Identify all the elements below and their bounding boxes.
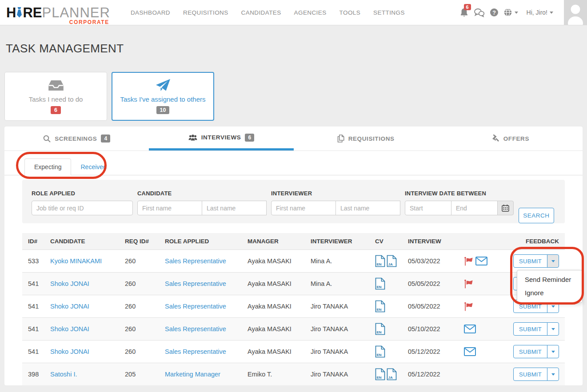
candidate-link[interactable]: Shoko JONAI bbox=[50, 303, 89, 310]
submit-button[interactable]: SUBMIT bbox=[513, 345, 547, 358]
subtab-expecting[interactable]: Expecting bbox=[24, 158, 71, 175]
nav-item-candidates[interactable]: CANDIDATES bbox=[241, 9, 281, 16]
cell-interview: 05/10/2022 bbox=[408, 325, 510, 333]
cv-ja-icon[interactable]: JA bbox=[387, 255, 397, 267]
cv-en-icon[interactable]: EN bbox=[375, 300, 385, 313]
candidate-link[interactable]: Kyoko MINAKAMI bbox=[50, 257, 102, 265]
cell-feedback: SUBMIT bbox=[510, 345, 559, 358]
cell-interview: 05/05/2022 bbox=[408, 302, 510, 311]
role-input[interactable] bbox=[32, 201, 133, 215]
candidate-link[interactable]: Shoko JONAI bbox=[50, 280, 89, 287]
caret-down-icon bbox=[551, 328, 555, 330]
cell-interview: 05/05/2022 bbox=[408, 279, 510, 289]
nav-item-requisitions[interactable]: REQUISITIONS bbox=[183, 9, 228, 16]
submit-button[interactable]: SUBMIT bbox=[513, 254, 547, 268]
role-link[interactable]: Sales Representative bbox=[165, 303, 226, 310]
cv-ja-icon[interactable]: JA bbox=[387, 368, 397, 380]
caret-down-icon bbox=[551, 373, 555, 376]
user-menu[interactable]: Hi, Jiro! bbox=[527, 9, 553, 16]
interviewer-first-name-input[interactable] bbox=[271, 201, 336, 215]
filter-interviewer: INTERVIEWER bbox=[271, 190, 400, 215]
submit-dropdown-toggle[interactable] bbox=[547, 345, 559, 358]
hireplanner-logo[interactable]: H RE PLANNER CORPORATE bbox=[6, 6, 110, 20]
tab-screenings[interactable]: SCREENINGS 4 bbox=[4, 127, 149, 150]
filter-candidate: CANDIDATE bbox=[137, 190, 267, 215]
search-icon bbox=[43, 135, 51, 143]
notifications-bell-icon[interactable]: 6 bbox=[459, 8, 469, 17]
role-link[interactable]: Sales Representative bbox=[165, 280, 226, 287]
nav-item-dashboard[interactable]: DASHBOARD bbox=[131, 9, 170, 16]
cell-manager: Ayaka MASAKI bbox=[248, 348, 311, 355]
cell-cv: EN bbox=[375, 345, 408, 358]
logo-text-h: H bbox=[6, 6, 16, 20]
cv-en-icon[interactable]: EN bbox=[375, 323, 385, 335]
cell-cv: EN bbox=[375, 277, 408, 290]
candidate-last-name-input[interactable] bbox=[202, 201, 267, 215]
table-body: 533Kyoko MINAKAMI260Sales Representative… bbox=[22, 249, 565, 385]
page-title: TASK MANAGEMENT bbox=[6, 42, 587, 55]
messages-icon[interactable] bbox=[474, 8, 485, 17]
avatar[interactable] bbox=[564, 0, 587, 25]
col-header-feedback: FEEDBACK bbox=[510, 238, 559, 245]
cell-interviewer: Jiro TANAKA bbox=[311, 371, 375, 378]
role-link[interactable]: Marketing Manager bbox=[165, 371, 220, 378]
menu-item-ignore[interactable]: Ignore bbox=[517, 286, 582, 300]
interview-date: 05/12/2022 bbox=[408, 371, 451, 378]
search-button[interactable]: SEARCH bbox=[519, 208, 554, 223]
candidate-link[interactable]: Satoshi I. bbox=[50, 371, 77, 378]
cv-en-icon[interactable]: EN bbox=[375, 277, 385, 290]
cell-req-id: 260 bbox=[125, 303, 165, 310]
card-tasks-i-need-to-do[interactable]: Tasks I need to do 6 bbox=[4, 72, 107, 121]
submit-dropdown-toggle[interactable] bbox=[547, 322, 559, 336]
tab-requisitions[interactable]: REQUISITIONS bbox=[294, 127, 438, 150]
cell-req-id: 260 bbox=[125, 280, 165, 287]
feedback-dropdown-menu: Send Reminder Ignore bbox=[517, 270, 583, 303]
svg-text:EN: EN bbox=[377, 308, 382, 312]
nav-item-tools[interactable]: TOOLS bbox=[339, 9, 361, 16]
cell-interviewer: Mina A. bbox=[311, 257, 375, 265]
col-header-interview: INTERVIEW bbox=[408, 238, 510, 245]
svg-text:EN: EN bbox=[377, 353, 382, 357]
card-tasks-assigned-to-others[interactable]: Tasks I've assigned to others 10 bbox=[112, 72, 214, 121]
candidate-first-name-input[interactable] bbox=[137, 201, 202, 215]
submit-button[interactable]: SUBMIT bbox=[513, 368, 547, 381]
cv-en-icon[interactable]: EN bbox=[375, 368, 385, 380]
submit-button[interactable]: SUBMIT bbox=[513, 322, 547, 336]
cell-req-id: 260 bbox=[125, 348, 165, 355]
submit-dropdown-toggle[interactable] bbox=[547, 254, 559, 268]
submit-dropdown-toggle[interactable] bbox=[547, 368, 559, 381]
cell-feedback: SUBMIT bbox=[510, 322, 559, 336]
tab-offers[interactable]: OFFERS bbox=[438, 127, 583, 150]
language-globe-icon[interactable] bbox=[503, 8, 518, 17]
tab-badge: 4 bbox=[101, 135, 110, 143]
subtab-received[interactable]: Received bbox=[71, 159, 116, 175]
role-link[interactable]: Sales Representative bbox=[165, 325, 226, 333]
card-label: Tasks I've assigned to others bbox=[120, 95, 205, 103]
cell-id: 541 bbox=[28, 303, 50, 310]
logo-text-re: RE bbox=[23, 6, 42, 20]
cv-en-icon[interactable]: EN bbox=[375, 345, 385, 358]
mail-icon bbox=[464, 325, 476, 333]
cell-req-id: 205 bbox=[125, 371, 165, 378]
calendar-button[interactable] bbox=[497, 201, 514, 215]
candidate-link[interactable]: Shoko JONAI bbox=[50, 325, 89, 333]
help-icon[interactable]: ? bbox=[490, 8, 499, 17]
tab-interviews[interactable]: INTERVIEWS 6 bbox=[149, 127, 293, 150]
candidate-link[interactable]: Shoko JONAI bbox=[50, 348, 89, 355]
tab-badge: 6 bbox=[245, 134, 254, 142]
menu-item-send-reminder[interactable]: Send Reminder bbox=[517, 273, 582, 286]
cell-interview: 05/03/2022 bbox=[408, 257, 510, 266]
table-row: 541Shoko JONAI260Sales RepresentativeAya… bbox=[22, 317, 565, 340]
cell-cv: EN bbox=[375, 323, 408, 335]
cv-en-icon[interactable]: EN bbox=[375, 255, 385, 267]
cell-interview: 05/12/2022 bbox=[408, 347, 510, 356]
nav-item-agencies[interactable]: AGENCIES bbox=[294, 9, 327, 16]
date-end-input[interactable] bbox=[451, 201, 498, 215]
role-link[interactable]: Sales Representative bbox=[165, 348, 226, 355]
role-link[interactable]: Sales Representative bbox=[165, 257, 226, 265]
gavel-icon bbox=[491, 135, 499, 143]
interviewer-last-name-input[interactable] bbox=[335, 201, 400, 215]
nav-item-settings[interactable]: SETTINGS bbox=[373, 9, 405, 16]
cell-interviewer: Jiro TANAKA bbox=[311, 303, 375, 310]
date-start-input[interactable] bbox=[405, 201, 451, 215]
